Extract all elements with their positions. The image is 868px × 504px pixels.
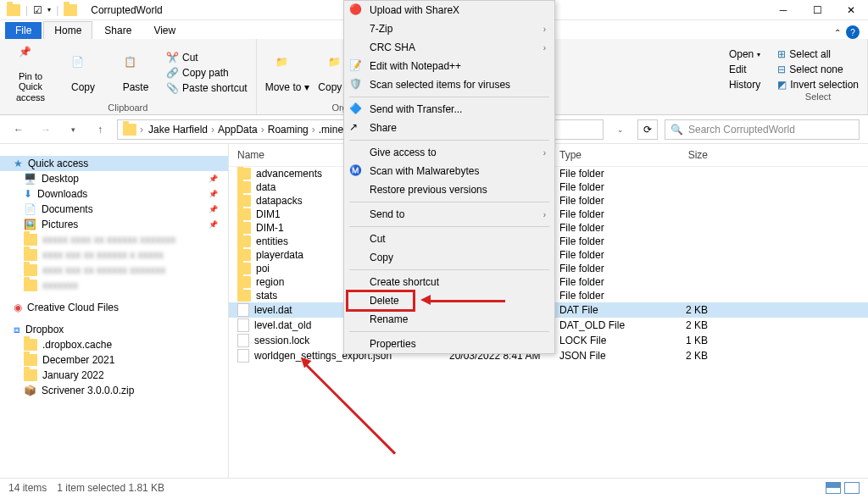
file-name: level.dat bbox=[254, 304, 292, 316]
up-button[interactable]: ↑ bbox=[90, 119, 110, 140]
cut-button[interactable]: ✂️Cut bbox=[164, 51, 249, 64]
menu-item-send-with-transfer-[interactable]: 🔷Send with Transfer... bbox=[344, 100, 554, 119]
chevron-right-icon: › bbox=[543, 43, 546, 53]
copy-path-button[interactable]: 🔗Copy path bbox=[164, 66, 249, 80]
menu-item-send-to[interactable]: Send to› bbox=[344, 205, 554, 224]
menu-item-7-zip[interactable]: 7-Zip› bbox=[344, 19, 554, 38]
details-view-icon[interactable] bbox=[826, 482, 841, 494]
breadcrumb-item[interactable]: Jake Harfield bbox=[147, 124, 209, 136]
chevron-right-icon[interactable]: › bbox=[310, 124, 317, 136]
share-icon: ↗ bbox=[349, 121, 363, 135]
col-type[interactable]: Type bbox=[559, 149, 657, 161]
invert-selection-button[interactable]: ◩Invert selection bbox=[776, 78, 860, 91]
sidebar-dec2021[interactable]: December 2021 bbox=[0, 352, 228, 368]
paste-button[interactable]: 📋 Paste bbox=[112, 42, 159, 102]
menu-item-share[interactable]: ↗Share bbox=[344, 119, 554, 137]
folder-icon bbox=[237, 276, 251, 288]
chevron-right-icon[interactable]: › bbox=[209, 124, 216, 136]
menu-item-scan-with-malwarebytes[interactable]: Ⓜ️Scan with Malwarebytes bbox=[344, 162, 554, 180]
file-type: File folder bbox=[559, 249, 657, 261]
pin-to-quick-access-button[interactable]: 📌 Pin to Quick access bbox=[7, 42, 54, 102]
breadcrumb-item[interactable]: Roaming bbox=[266, 124, 310, 136]
dropdown-icon[interactable]: ▾ bbox=[47, 6, 51, 14]
sidebar-creative-cloud[interactable]: ◉Creative Cloud Files bbox=[0, 300, 228, 315]
chevron-right-icon[interactable]: › bbox=[138, 124, 145, 136]
sidebar-pictures[interactable]: 🖼️Pictures📌 bbox=[0, 217, 228, 232]
tab-share[interactable]: Share bbox=[94, 22, 142, 39]
refresh-button[interactable]: ⟳ bbox=[637, 119, 658, 140]
menu-item-give-access-to[interactable]: Give access to› bbox=[344, 143, 554, 162]
folder-icon bbox=[123, 124, 136, 136]
paste-shortcut-button[interactable]: 📎Paste shortcut bbox=[164, 81, 249, 95]
navigation-pane: ★ Quick access 🖥️Desktop📌 ⬇Downloads📌 📄D… bbox=[0, 144, 229, 478]
select-all-button[interactable]: ⊞Select all bbox=[776, 47, 860, 61]
menu-item-label: Scan selected items for viruses bbox=[370, 79, 510, 91]
menu-item-properties[interactable]: Properties bbox=[344, 335, 554, 353]
sidebar-downloads[interactable]: ⬇Downloads📌 bbox=[0, 186, 228, 202]
sidebar-dropbox-cache[interactable]: .dropbox.cache bbox=[0, 337, 228, 352]
menu-item-scan-selected-items-for-viruses[interactable]: 🛡️Scan selected items for viruses bbox=[344, 75, 554, 94]
recent-button[interactable]: ▾ bbox=[63, 119, 83, 140]
breadcrumb-item[interactable]: AppData bbox=[216, 124, 259, 136]
copy-button[interactable]: 📄 Copy bbox=[59, 42, 107, 102]
menu-separator bbox=[349, 269, 549, 270]
menu-item-label: Share bbox=[370, 122, 397, 134]
history-button[interactable]: History bbox=[727, 78, 762, 91]
file-type: File folder bbox=[559, 222, 657, 234]
edit-button[interactable]: Edit bbox=[727, 63, 762, 76]
menu-item-upload-with-sharex[interactable]: 🔴Upload with ShareX bbox=[344, 1, 554, 19]
file-name: region bbox=[256, 276, 284, 288]
quick-access-toolbar: | ☑ ▾ | bbox=[0, 4, 84, 16]
file-name: session.lock bbox=[254, 335, 309, 346]
chevron-right-icon[interactable]: › bbox=[259, 124, 266, 136]
sidebar-desktop[interactable]: 🖥️Desktop📌 bbox=[0, 171, 228, 186]
menu-item-crc-sha[interactable]: CRC SHA› bbox=[344, 38, 554, 57]
tab-home[interactable]: Home bbox=[43, 21, 92, 39]
menu-item-label: Restore previous versions bbox=[370, 184, 487, 196]
file-name: entities bbox=[256, 235, 288, 247]
sidebar-documents[interactable]: 📄Documents📌 bbox=[0, 202, 228, 217]
menu-item-rename[interactable]: Rename bbox=[344, 310, 554, 329]
sidebar-item[interactable]: xxxx xxx xx xxxxxx xxxxxxx bbox=[0, 263, 228, 278]
col-size[interactable]: Size bbox=[657, 149, 708, 161]
close-button[interactable]: ✕ bbox=[834, 0, 868, 20]
pin-icon: 📌 bbox=[209, 220, 218, 229]
qat-divider: | bbox=[25, 4, 28, 16]
forward-button[interactable]: → bbox=[36, 119, 56, 140]
menu-item-restore-previous-versions[interactable]: Restore previous versions bbox=[344, 180, 554, 199]
file-name: DIM1 bbox=[256, 208, 281, 220]
sidebar-dropbox[interactable]: ⧈Dropbox bbox=[0, 322, 228, 337]
file-icon bbox=[237, 318, 249, 332]
menu-item-edit-with-notepad-[interactable]: 📝Edit with Notepad++ bbox=[344, 57, 554, 75]
maximize-button[interactable]: ☐ bbox=[800, 0, 834, 20]
sidebar-scrivener[interactable]: 📦Scrivener 3.0.0.0.zip bbox=[0, 383, 228, 398]
search-input[interactable]: 🔍 Search CorruptedWorld bbox=[665, 119, 860, 140]
move-to-button[interactable]: 📁 Move to ▾ bbox=[264, 42, 311, 102]
sidebar-quick-access[interactable]: ★ Quick access bbox=[0, 156, 228, 171]
menu-item-cut[interactable]: Cut bbox=[344, 230, 554, 248]
menu-item-copy[interactable]: Copy bbox=[344, 248, 554, 267]
sidebar-item[interactable]: xxxx xxx xx xxxxxx x xxxxx bbox=[0, 247, 228, 263]
tab-file[interactable]: File bbox=[5, 22, 42, 39]
search-icon: 🔍 bbox=[670, 124, 683, 136]
open-button[interactable]: Open ▾ bbox=[727, 47, 762, 61]
folder-icon bbox=[24, 249, 37, 261]
sidebar-jan2022[interactable]: January 2022 bbox=[0, 368, 228, 383]
help-icon[interactable]: ? bbox=[846, 25, 860, 39]
back-button[interactable]: ← bbox=[8, 119, 29, 140]
chevron-up-icon[interactable]: ⌃ bbox=[834, 28, 841, 37]
menu-item-create-shortcut[interactable]: Create shortcut bbox=[344, 273, 554, 291]
tab-view[interactable]: View bbox=[143, 22, 186, 39]
file-type: JSON File bbox=[559, 350, 657, 362]
icons-view-icon[interactable] bbox=[844, 482, 860, 494]
minimize-button[interactable]: ─ bbox=[766, 0, 800, 20]
cc-icon: ◉ bbox=[14, 302, 22, 313]
menu-separator bbox=[349, 226, 549, 227]
sidebar-item[interactable]: xxxxxxx bbox=[0, 278, 228, 293]
checkbox-icon[interactable]: ☑ bbox=[33, 4, 42, 16]
pin-icon: 📌 bbox=[209, 205, 218, 213]
select-none-button[interactable]: ⊟Select none bbox=[776, 63, 860, 76]
history-dropdown[interactable]: ⌄ bbox=[610, 119, 631, 140]
sidebar-item[interactable]: xxxxx xxxx xx xxxxxx xxxxxxx bbox=[0, 232, 228, 247]
chevron-right-icon: › bbox=[543, 210, 546, 219]
